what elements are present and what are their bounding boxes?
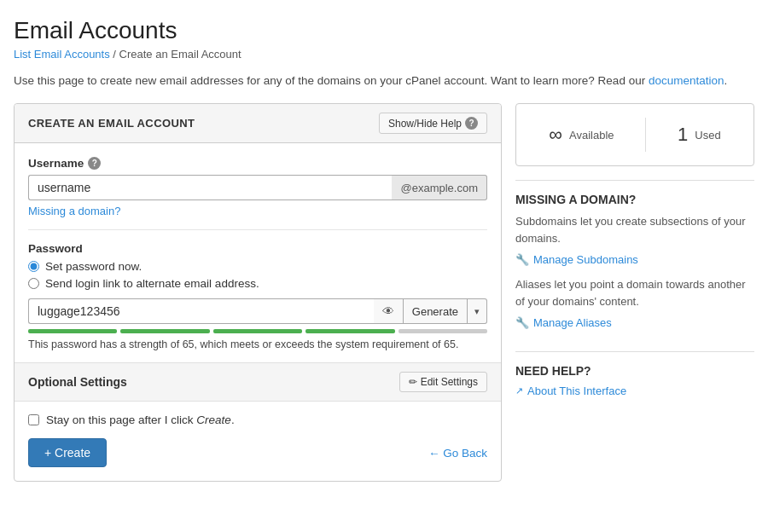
need-help-section: NEED HELP? ↗ About This Interface <box>515 351 754 419</box>
help-circle-icon: ? <box>465 117 478 130</box>
used-stat: 1 Used <box>678 124 721 146</box>
strength-bar-2 <box>120 329 209 333</box>
panel-header: CREATE AN EMAIL ACCOUNT Show/Hide Help ? <box>15 104 501 143</box>
wrench-icon-aliases: 🔧 <box>515 316 529 329</box>
panel-title: CREATE AN EMAIL ACCOUNT <box>28 117 195 130</box>
missing-domain-title: MISSING A DOMAIN? <box>515 193 754 206</box>
bottom-actions: + Create ← Go Back <box>28 435 487 467</box>
strength-bar-4 <box>305 329 394 333</box>
need-help-title: NEED HELP? <box>515 364 754 378</box>
password-strength-bars <box>28 329 487 333</box>
radio-send-link[interactable] <box>28 278 39 289</box>
sidebar: ∞ Available 1 Used MISSING A DOMAIN? Sub… <box>515 103 754 419</box>
username-input[interactable] <box>28 175 392 200</box>
intro-text: Use this page to create new email addres… <box>14 72 754 90</box>
username-label: Username ? <box>28 157 487 170</box>
domain-badge: @example.com <box>392 175 487 200</box>
optional-settings-header: Optional Settings ✏ Edit Settings <box>15 362 501 402</box>
external-link-icon: ↗ <box>515 385 523 396</box>
subdomains-description: Subdomains let you create subsections of… <box>515 213 754 246</box>
radio-send-link-option[interactable]: Send login link to alternate email addre… <box>28 277 487 290</box>
breadcrumb-current: Create an Email Account <box>119 48 241 61</box>
password-input[interactable] <box>28 298 374 324</box>
generate-password-dropdown-button[interactable]: ▾ <box>468 298 487 324</box>
username-group: Username ? @example.com Missing a domain… <box>28 157 487 217</box>
chevron-down-icon: ▾ <box>474 306 480 317</box>
radio-group: Set password now. Send login link to alt… <box>28 260 487 290</box>
divider-1 <box>28 229 487 230</box>
available-label: Available <box>569 129 614 142</box>
main-panel: CREATE AN EMAIL ACCOUNT Show/Hide Help ?… <box>14 103 502 482</box>
about-interface-link[interactable]: ↗ About This Interface <box>515 385 754 397</box>
stay-on-page-checkbox[interactable] <box>28 414 39 425</box>
infinity-icon: ∞ <box>549 124 562 146</box>
wrench-icon-subdomains: 🔧 <box>515 253 529 266</box>
used-count: 1 <box>678 124 688 146</box>
documentation-link[interactable]: documentation <box>649 74 724 87</box>
toggle-password-visibility-button[interactable]: 👁 <box>374 298 404 324</box>
layout: CREATE AN EMAIL ACCOUNT Show/Hide Help ?… <box>14 103 754 482</box>
strength-bar-3 <box>213 329 302 333</box>
strength-bar-1 <box>28 329 117 333</box>
create-button[interactable]: + Create <box>28 438 107 467</box>
password-strength-text: This password has a strength of 65, whic… <box>28 338 487 350</box>
strength-bar-5 <box>399 329 487 333</box>
breadcrumb: List Email Accounts / Create an Email Ac… <box>14 48 754 61</box>
breadcrumb-separator: / <box>113 48 119 61</box>
manage-aliases-link[interactable]: 🔧 Manage Aliases <box>515 316 754 329</box>
stat-divider <box>645 118 646 152</box>
breadcrumb-link[interactable]: List Email Accounts <box>14 48 110 61</box>
aliases-description: Aliases let you point a domain towards a… <box>515 276 754 309</box>
show-hide-help-button[interactable]: Show/Hide Help ? <box>379 113 487 134</box>
stats-box: ∞ Available 1 Used <box>515 103 754 166</box>
password-group: Password Set password now. Send login li… <box>28 242 487 350</box>
eye-icon: 👁 <box>382 304 394 318</box>
username-help-icon[interactable]: ? <box>88 157 101 170</box>
generate-password-button[interactable]: Generate <box>404 298 468 324</box>
password-label: Password <box>28 242 487 255</box>
page-title: Email Accounts <box>14 17 754 44</box>
panel-body: Username ? @example.com Missing a domain… <box>15 143 501 481</box>
pencil-icon: ✏ <box>409 376 417 388</box>
radio-set-password[interactable] <box>28 261 39 272</box>
radio-set-password-option[interactable]: Set password now. <box>28 260 487 273</box>
missing-domain-link[interactable]: Missing a domain? <box>28 205 120 217</box>
edit-settings-button[interactable]: ✏ Edit Settings <box>399 372 487 392</box>
optional-settings-label: Optional Settings <box>28 375 127 389</box>
manage-subdomains-link[interactable]: 🔧 Manage Subdomains <box>515 253 754 266</box>
used-label: Used <box>695 129 720 142</box>
available-stat: ∞ Available <box>549 124 614 146</box>
password-input-row: 👁 Generate ▾ <box>28 298 487 324</box>
go-back-button[interactable]: ← Go Back <box>428 447 487 460</box>
stay-on-page-checkbox-label[interactable]: Stay on this page after I click Create. <box>28 402 487 435</box>
missing-domain-section: MISSING A DOMAIN? Subdomains let you cre… <box>515 180 754 351</box>
username-input-row: @example.com <box>28 175 487 200</box>
